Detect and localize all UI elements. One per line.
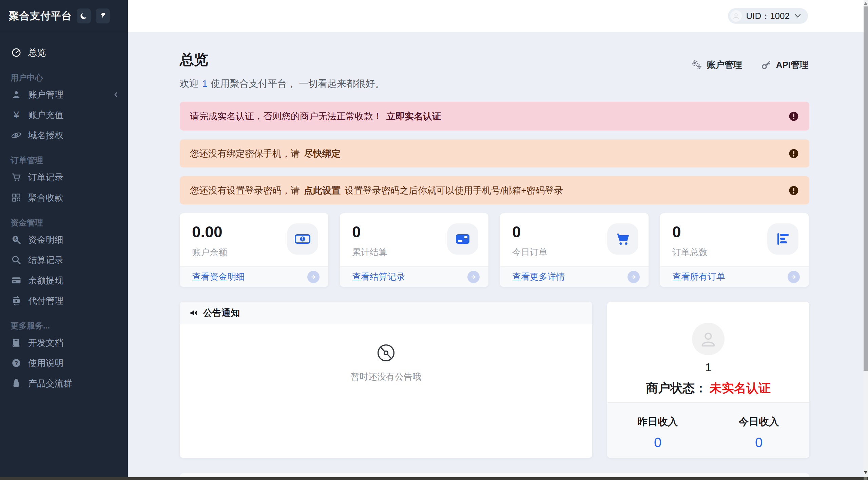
merchant-card: 1 商户状态：未实名认证 昨日收入 0 今日收入 0 — [607, 302, 809, 458]
alert-text: 请完成实名认证，否则您的商户无法正常收款！ — [190, 110, 382, 122]
sidebar-item-label: 产品交流群 — [28, 378, 72, 389]
sidebar-section-orders: 订单管理 — [0, 154, 128, 167]
quick-link-account-manage[interactable]: 账户管理 — [691, 59, 742, 71]
bar-chart-icon — [767, 223, 798, 255]
stat-card-body: 0 订单总数 — [660, 213, 809, 266]
announcement-empty-state: 暂时还没有公告哦 — [180, 324, 592, 383]
arrow-right-icon — [307, 271, 320, 283]
sidebar-item-overview[interactable]: 总览 — [0, 42, 128, 63]
alert-text: 您还没有设置登录密码，请 — [190, 184, 300, 197]
arrow-right-icon — [467, 271, 480, 283]
quick-links: 账户管理 API管理 — [691, 58, 808, 72]
brush-icon — [99, 12, 107, 20]
moon-icon — [80, 12, 88, 20]
sidebar-item-label: 开发文档 — [28, 337, 63, 349]
svg-text:$: $ — [14, 237, 17, 241]
sidebar-item-domain-auth[interactable]: e 域名授权 — [0, 125, 128, 145]
search-icon — [11, 254, 21, 266]
svg-text:?: ? — [15, 360, 18, 366]
qrcode-icon — [11, 192, 21, 203]
sidebar-item-recharge[interactable]: ¥ 账户充值 — [0, 105, 128, 125]
user-avatar-icon — [692, 323, 725, 355]
stat-card-link[interactable]: 查看更多详情 — [500, 266, 649, 287]
exclamation-icon — [788, 185, 799, 196]
gears-icon — [691, 59, 702, 70]
income-value: 0 — [607, 435, 708, 450]
sidebar-item-payout-manage[interactable]: 代付管理 — [0, 291, 128, 311]
stat-link-label: 查看所有订单 — [672, 271, 725, 283]
empty-disc-icon — [377, 344, 395, 362]
sidebar-item-account-manage[interactable]: 账户管理 — [0, 84, 128, 105]
chevron-left-icon — [113, 92, 119, 98]
sidebar-item-label: 资金明细 — [28, 234, 63, 246]
arrow-right-icon — [628, 271, 640, 283]
question-icon: ? — [11, 357, 21, 369]
yen-icon: ¥ — [11, 109, 21, 121]
cart-icon — [607, 223, 638, 255]
income-yesterday: 昨日收入 0 — [607, 403, 708, 458]
sidebar-item-withdraw[interactable]: 余额提现 — [0, 270, 128, 291]
scrollbar-thumb[interactable] — [864, 6, 868, 371]
stat-card-link[interactable]: 查看所有订单 — [660, 266, 809, 287]
main-content: 总览 欢迎1使用聚合支付平台， 一切看起来都很好。 账户管理 API管理 请完成… — [128, 33, 864, 477]
quick-link-api-manage[interactable]: API管理 — [761, 59, 808, 71]
stat-link-label: 查看更多详情 — [512, 271, 565, 283]
sidebar-item-label: 结算记录 — [28, 254, 63, 266]
dashboard-icon — [11, 47, 21, 58]
cart-icon — [11, 172, 21, 183]
stat-card-total-orders: 0 订单总数 查看所有订单 — [660, 213, 809, 287]
money-bill-icon: 1 — [287, 223, 318, 255]
scrollbar-down-arrow[interactable] — [864, 471, 867, 474]
alert-action-link[interactable]: 点此设置 — [304, 184, 341, 197]
user-avatar-icon — [730, 10, 742, 22]
alert-action-link[interactable]: 尽快绑定 — [304, 147, 341, 160]
sidebar-item-label: 使用说明 — [28, 357, 63, 369]
welcome-suffix: 使用聚合支付平台， 一切看起来都很好。 — [211, 78, 385, 89]
quick-link-label: 账户管理 — [707, 59, 742, 71]
stat-card-link[interactable]: 查看结算记录 — [340, 266, 488, 287]
sidebar-item-settle-records[interactable]: 结算记录 — [0, 250, 128, 270]
scrollbar-up-arrow[interactable] — [864, 2, 867, 5]
announcement-title: 公告通知 — [203, 307, 240, 319]
uid-label: UID：1002 — [746, 10, 790, 22]
money-transfer-icon — [11, 295, 21, 306]
income-value: 0 — [708, 435, 809, 450]
exclamation-icon — [788, 148, 799, 159]
alert-action-link[interactable]: 立即实名认证 — [386, 110, 441, 122]
sidebar-item-aggregate-collect[interactable]: 聚合收款 — [0, 187, 128, 208]
sidebar-item-dev-docs[interactable]: 开发文档 — [0, 333, 128, 353]
sidebar-item-usage-guide[interactable]: ? 使用说明 — [0, 353, 128, 373]
dark-mode-button[interactable] — [77, 8, 91, 23]
sidebar-item-label: 总览 — [28, 47, 46, 59]
merchant-status-label: 商户状态： — [646, 381, 707, 395]
sidebar-item-order-records[interactable]: 订单记录 — [0, 167, 128, 187]
merchant-status: 商户状态：未实名认证 — [607, 380, 809, 397]
stat-link-label: 查看资金明细 — [192, 271, 245, 283]
chevron-down-icon — [794, 14, 801, 18]
vertical-scrollbar[interactable] — [864, 0, 868, 477]
sidebar-item-product-group[interactable]: 产品交流群 — [0, 373, 128, 394]
stat-card-balance: 0.00 账户余额 1 查看资金明细 — [180, 213, 328, 287]
alert-suffix: 设置登录密码之后你就可以使用手机号/邮箱+密码登录 — [345, 184, 563, 197]
id-card-icon — [447, 223, 478, 255]
alert-text: 您还没有绑定密保手机，请 — [190, 147, 300, 160]
window-bottom-edge — [0, 477, 868, 480]
app-logo: 聚合支付平台 — [9, 9, 72, 23]
welcome-prefix: 欢迎 — [180, 78, 199, 89]
alert-realname: 请完成实名认证，否则您的商户无法正常收款！ 立即实名认证 — [180, 102, 809, 131]
merchant-count: 1 — [607, 361, 809, 374]
sidebar-item-fund-details[interactable]: $ 资金明细 — [0, 229, 128, 250]
merchant-status-value: 未实名认证 — [710, 381, 771, 395]
speaker-icon — [189, 308, 199, 318]
sidebar-section-user-center: 用户中心 — [0, 71, 128, 84]
next-panel-partial — [180, 473, 809, 477]
sidebar-section-more: 更多服务... — [0, 319, 128, 333]
stat-card-link[interactable]: 查看资金明细 — [180, 266, 328, 287]
uid-dropdown[interactable]: UID：1002 — [728, 8, 808, 24]
alert-bind-phone: 您还没有绑定密保手机，请 尽快绑定 — [180, 139, 809, 167]
stat-link-label: 查看结算记录 — [352, 271, 405, 283]
stat-cards: 0.00 账户余额 1 查看资金明细 0 累计结算 — [180, 213, 809, 287]
page-head: 总览 欢迎1使用聚合支付平台， 一切看起来都很好。 — [180, 50, 384, 90]
theme-brush-button[interactable] — [96, 8, 110, 23]
sidebar-menu: 总览 用户中心 账户管理 ¥ 账户充值 e 域名授权 订单管理 — [0, 32, 128, 394]
